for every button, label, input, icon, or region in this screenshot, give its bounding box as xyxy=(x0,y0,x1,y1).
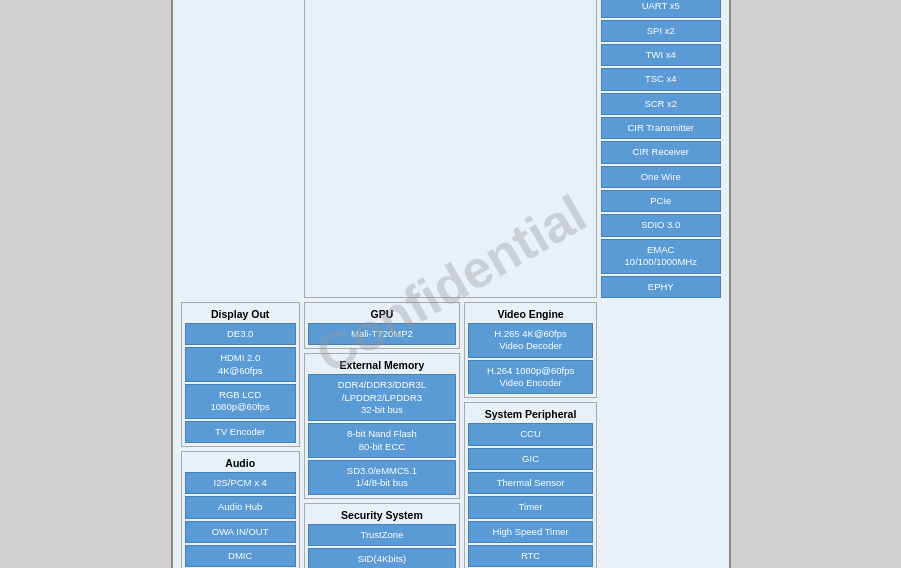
pcie-box: PCIe xyxy=(601,190,720,212)
gpu-section: GPU Mali-T720MP2 xyxy=(304,302,460,349)
rtc-box: RTC xyxy=(468,545,593,567)
emac-box: EMAC10/100/1000MHz xyxy=(601,239,720,274)
audio-section: Audio I2S/PCM x 4 Audio Hub OWA IN/OUT D… xyxy=(181,451,300,568)
arm-section: ARM Cortex™-A53 Quad-core I cache32KB D … xyxy=(304,0,597,298)
sd-emmc-box: SD3.0/eMMC5.11/4/8-bit bus xyxy=(308,460,456,495)
h265-box: H.265 4K@60fpsVideo Decoder xyxy=(468,323,593,358)
ccu-box: CCU xyxy=(468,423,593,445)
tsc-box: TSC x4 xyxy=(601,68,720,90)
audio-hub-box: Audio Hub xyxy=(185,496,296,518)
gic-box: GIC xyxy=(468,448,593,470)
sys-peripheral-title: System Peripheral xyxy=(468,406,593,423)
tv-encoder-box: TV Encoder xyxy=(185,421,296,443)
connectivity-spacer xyxy=(601,302,720,568)
rgb-lcd-box: RGB LCD1080p@60fps xyxy=(185,384,296,419)
cir-tx-box: CIR Transmitter xyxy=(601,117,720,139)
security-title: Security System xyxy=(308,507,456,524)
sdio-box: SDIO 3.0 xyxy=(601,214,720,236)
audio-title: Audio xyxy=(185,455,296,472)
thermal-sensor-box: Thermal Sensor xyxy=(468,472,593,494)
security-section: Security System TrustZone SID(4Kbits) Se… xyxy=(304,503,460,568)
one-wire-box: One Wire xyxy=(601,166,720,188)
uart-box: UART x5 xyxy=(601,0,720,18)
high-speed-timer-box: High Speed Timer xyxy=(468,521,593,543)
spi-box: SPI x2 xyxy=(601,20,720,42)
twi-box: TWI x4 xyxy=(601,44,720,66)
video-engine-title: Video Engine xyxy=(468,306,593,323)
i2s-pcm-box: I2S/PCM x 4 xyxy=(185,472,296,494)
display-out-section: Display Out DE3.0 HDMI 2.04K@60fps RGB L… xyxy=(181,302,300,447)
trustzone-box: TrustZone xyxy=(308,524,456,546)
display-out-title: Display Out xyxy=(185,306,296,323)
nand-flash-box: 8-bit Nand Flash80-bit ECC xyxy=(308,423,456,458)
timer-box: Timer xyxy=(468,496,593,518)
image-in-section: Image In Parallel CSI10-bit bus5M pixel xyxy=(181,0,300,298)
video-engine-section: Video Engine H.265 4K@60fpsVideo Decoder… xyxy=(464,302,597,398)
dmic-box: DMIC xyxy=(185,545,296,567)
scr-box: SCR x2 xyxy=(601,93,720,115)
sid-box: SID(4Kbits) xyxy=(308,548,456,568)
gpu-title: GPU xyxy=(308,306,456,323)
left-column: Display Out DE3.0 HDMI 2.04K@60fps RGB L… xyxy=(181,302,300,568)
middle-right-column: Video Engine H.265 4K@60fpsVideo Decoder… xyxy=(464,302,597,568)
ext-mem-title: External Memory xyxy=(308,357,456,374)
mali-box: Mali-T720MP2 xyxy=(308,323,456,345)
sys-peripheral-section: System Peripheral CCU GIC Thermal Sensor… xyxy=(464,402,597,568)
owa-box: OWA IN/OUT xyxy=(185,521,296,543)
cir-rx-box: CIR Receiver xyxy=(601,141,720,163)
connectivity-section: Connectivity USB2.0 OTG USB2.0 HOST USB3… xyxy=(601,0,720,298)
de30-box: DE3.0 xyxy=(185,323,296,345)
chip-diagram: Confidential Image In Parallel CSI10-bit… xyxy=(171,0,731,568)
h264-box: H.264 1080p@60fpsVideo Encoder xyxy=(468,360,593,395)
ddr-box: DDR4/DDR3/DDR3L/LPDDR2/LPDDR332-bit bus xyxy=(308,374,456,421)
ephy-box: EPHY xyxy=(601,276,720,298)
ext-mem-section: External Memory DDR4/DDR3/DDR3L/LPDDR2/L… xyxy=(304,353,460,498)
hdmi-box: HDMI 2.04K@60fps xyxy=(185,347,296,382)
middle-left-column: GPU Mali-T720MP2 External Memory DDR4/DD… xyxy=(304,302,460,568)
